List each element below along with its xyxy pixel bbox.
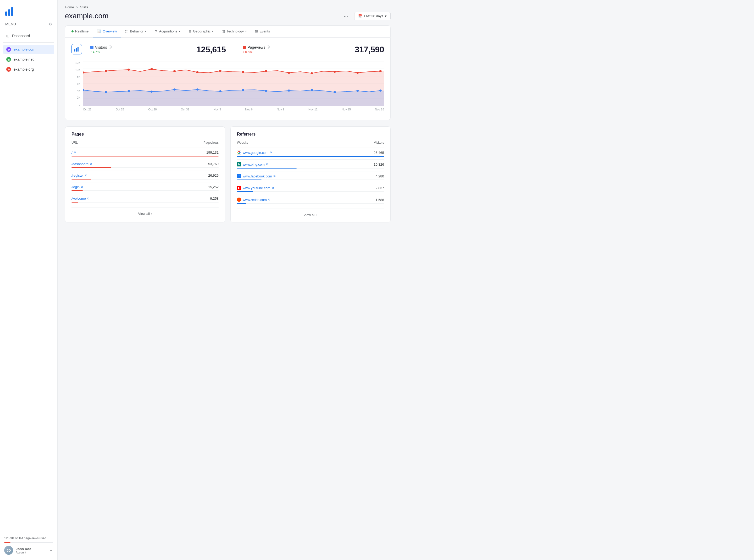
tab-overview[interactable]: 📊 Overview [93, 26, 121, 37]
page-bar-fill-3 [72, 179, 91, 180]
svg-point-29 [128, 90, 130, 92]
geographic-icon: ⊞ [189, 29, 191, 33]
more-button[interactable]: ··· [342, 12, 350, 20]
date-range-label: Last 30 days [364, 14, 383, 18]
referrer-site-2[interactable]: www.bing.com [243, 162, 265, 166]
ext-link-icon-ref-4: ⧉ [272, 186, 274, 189]
sidebar-item-example-com[interactable]: ⊕ example.com [3, 45, 54, 54]
breadcrumb-separator: > [76, 5, 78, 9]
svg-point-22 [288, 72, 290, 74]
x-label-nov3: Nov 3 [213, 108, 221, 114]
referrer-site-4[interactable]: www.youtube.com [243, 186, 270, 190]
svg-point-18 [196, 71, 198, 73]
sidebar-item-example-net[interactable]: ◎ example.net [3, 55, 54, 64]
breadcrumb-home[interactable]: Home [65, 5, 74, 9]
site-label-example-net: example.net [14, 57, 34, 61]
visitors-label: Visitors [95, 45, 107, 49]
page-url-2[interactable]: /dashboard [72, 162, 89, 166]
facebook-favicon: f [237, 174, 241, 178]
referrer-bar-fill-1 [237, 156, 384, 157]
svg-rect-2 [11, 7, 13, 16]
avatar: JD [4, 546, 13, 555]
tab-acquisitions[interactable]: ⟳ Acquisitions ▾ [151, 26, 184, 37]
svg-point-19 [219, 70, 221, 72]
page-bar-bg-5 [72, 202, 219, 202]
page-bar-bg-3 [72, 179, 219, 180]
pageviews-label: Pageviews [247, 45, 265, 49]
bing-favicon: b [237, 162, 241, 166]
x-label-oct28: Oct 28 [148, 108, 157, 114]
logout-icon[interactable]: → [49, 548, 53, 553]
overview-chart-icon: 📊 [97, 29, 101, 33]
x-label-nov18: Nov 18 [375, 108, 384, 114]
referrer-bar-bg-4 [237, 191, 384, 192]
reddit-favicon: r [237, 198, 241, 202]
visitors-info-icon[interactable]: ⓘ [109, 45, 112, 49]
x-label-nov9: Nov 9 [277, 108, 284, 114]
tab-geographic[interactable]: ⊞ Geographic ▾ [184, 26, 217, 37]
user-row[interactable]: JD John Doe Account → [4, 546, 53, 555]
referrers-view-all[interactable]: View all › [237, 208, 384, 217]
svg-point-37 [310, 89, 313, 91]
table-row: ▶ www.youtube.com ⧉ 2,837 [237, 183, 384, 195]
referrers-view-all-arrow: › [316, 213, 317, 217]
tab-realtime[interactable]: Realtime [67, 26, 93, 37]
page-url-5[interactable]: /welcome [72, 197, 86, 200]
tab-behavior[interactable]: ⬚ Behavior ▾ [121, 26, 150, 37]
referrer-site-5[interactable]: www.reddit.com [243, 198, 267, 202]
svg-rect-0 [5, 12, 7, 16]
table-row: /login ⧉ 15,252 [72, 182, 219, 194]
ext-link-icon-ref-3: ⧉ [274, 175, 275, 178]
stats-card: Visitors ⓘ ↑ 4.7% 125,615 Pagevi [65, 38, 391, 120]
usage-text: 126.3K of 1M pageviews used. [4, 537, 53, 540]
tab-behavior-label: Behavior [130, 29, 143, 33]
ext-link-icon-2: ⧉ [90, 162, 92, 166]
page-bar-bg-2 [72, 167, 219, 168]
svg-rect-4 [76, 48, 77, 52]
sidebar-item-label: Dashboard [12, 34, 30, 38]
date-range-button[interactable]: 📅 Last 30 days ▾ [354, 12, 391, 20]
svg-point-20 [242, 71, 244, 73]
usage-bar-fill [4, 542, 11, 543]
tab-events[interactable]: ⊡ Events [251, 26, 274, 37]
referrer-visitors-4: 2,837 [375, 186, 384, 190]
site-icon-example-net: ◎ [6, 57, 11, 62]
page-header: example.com ··· 📅 Last 30 days ▾ [65, 12, 391, 20]
chevron-down-icon: ▾ [385, 14, 387, 18]
header-actions: ··· 📅 Last 30 days ▾ [342, 12, 391, 20]
pages-view-all[interactable]: View all › [72, 207, 219, 216]
ext-link-icon-ref-5: ⧉ [268, 198, 270, 201]
stats-chart-icon [72, 44, 82, 55]
svg-point-40 [379, 89, 382, 92]
pageviews-info-icon[interactable]: ⓘ [267, 45, 270, 49]
pageviews-trend-value: 0.5% [245, 50, 252, 54]
page-url-4[interactable]: /login [72, 185, 80, 189]
user-subtitle: Account [16, 551, 46, 554]
referrer-site-3[interactable]: www.facebook.com [243, 174, 272, 178]
page-bar-fill-2 [72, 167, 111, 168]
site-label-example-org: example.org [14, 67, 34, 72]
pageviews-trend: ↓ 0.5% [243, 50, 270, 54]
site-icon-example-org: ⊗ [6, 67, 11, 72]
page-url-1[interactable]: / [72, 151, 73, 154]
referrer-site-1[interactable]: www.google.com [243, 151, 268, 155]
x-label-oct25: Oct 25 [116, 108, 124, 114]
svg-point-35 [265, 90, 267, 92]
svg-point-32 [196, 88, 198, 91]
sidebar-item-example-org[interactable]: ⊗ example.org [3, 65, 54, 74]
visitors-color-dot [90, 46, 94, 49]
settings-icon[interactable]: ⚙ [49, 22, 52, 26]
chart-svg [83, 61, 384, 106]
main-content: Home > Stats example.com ··· 📅 Last 30 d… [58, 0, 754, 560]
tabs-bar: Realtime 📊 Overview ⬚ Behavior ▾ ⟳ Acqui… [65, 25, 391, 38]
tab-technology[interactable]: ◫ Technology ▾ [217, 26, 251, 37]
svg-point-23 [310, 72, 313, 74]
referrer-visitors-2: 10,326 [373, 162, 384, 166]
page-url-3[interactable]: /register [72, 174, 84, 177]
page-views-5: 9,258 [210, 197, 219, 200]
google-favicon [237, 151, 241, 155]
sidebar-item-dashboard[interactable]: ⊞ Dashboard [3, 32, 54, 40]
menu-label-row: MENU ⚙ [0, 20, 57, 31]
sidebar-bottom: 126.3K of 1M pageviews used. JD John Doe… [0, 532, 57, 560]
visitors-value: 125,615 [196, 45, 226, 55]
